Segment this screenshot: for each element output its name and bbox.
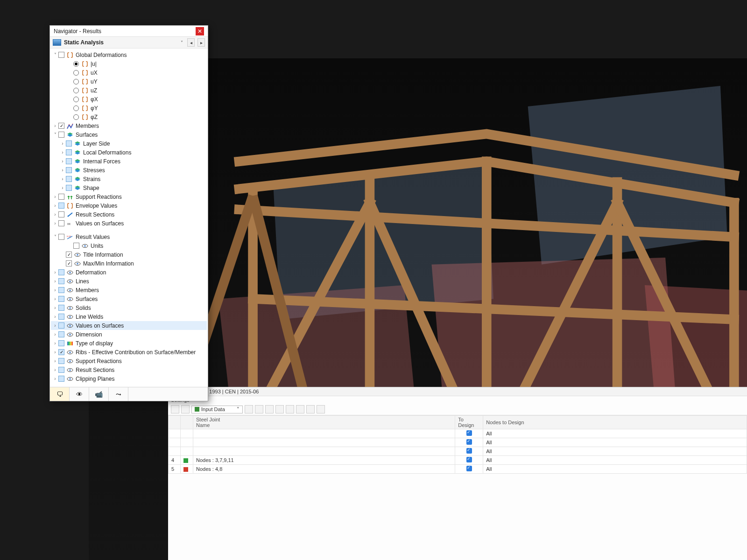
item-surface-sub[interactable]: ›Internal Forces	[51, 157, 207, 166]
item-supportReact[interactable]: ›Support Reactions	[51, 357, 207, 365]
expander-icon[interactable]: ˅	[52, 234, 58, 239]
expander-icon[interactable]: ˅	[52, 132, 58, 137]
chevron-down-icon[interactable]: ˅	[179, 40, 184, 45]
checkbox[interactable]	[58, 322, 64, 329]
item-envelope-values[interactable]: ›Envelope Values	[51, 201, 207, 210]
expander-icon[interactable]: ›	[52, 341, 58, 346]
checkbox[interactable]	[58, 349, 64, 355]
toolbar-btn[interactable]	[171, 405, 179, 413]
radio[interactable]	[73, 105, 79, 111]
checkbox[interactable]	[58, 269, 64, 275]
expander-icon[interactable]: ›	[52, 221, 58, 226]
expander-icon[interactable]: ›	[52, 270, 58, 275]
item-deformation-component[interactable]: φX	[51, 95, 207, 104]
expander-icon[interactable]: ›	[52, 212, 58, 217]
checkbox[interactable]	[58, 194, 64, 200]
expander-icon[interactable]: ›	[52, 358, 58, 364]
item-lines[interactable]: ›Lines	[51, 277, 207, 286]
item-typeDisplay[interactable]: ›Type of display	[51, 339, 207, 348]
item-units[interactable]: Units	[51, 241, 207, 250]
close-button[interactable]: ✕	[196, 27, 204, 35]
item-dimension[interactable]: ›Dimension	[51, 330, 207, 339]
expander-icon[interactable]: ›	[52, 279, 58, 284]
radio[interactable]	[73, 88, 79, 93]
item-deformation[interactable]: ›Deformation	[51, 268, 207, 277]
item-surface-sub[interactable]: ›Strains	[51, 175, 207, 183]
item-surface-sub[interactable]: ›Local Deformations	[51, 148, 207, 157]
checkbox[interactable]	[58, 314, 64, 320]
expander-icon[interactable]: ›	[52, 367, 58, 372]
item-values-on-surfaces[interactable]: ›xxValues on Surfaces	[51, 219, 207, 228]
expander-icon[interactable]: ›	[52, 305, 58, 310]
toolbar-btn[interactable]	[245, 405, 253, 413]
item-result-values[interactable]: ˅x.xxResult Values	[51, 232, 207, 241]
checkbox[interactable]	[58, 123, 64, 129]
expander-icon[interactable]: ›	[59, 150, 66, 155]
checkbox[interactable]	[58, 331, 64, 337]
to-design-checkbox[interactable]	[466, 466, 472, 471]
item-solids[interactable]: ›Solids	[51, 303, 207, 312]
item-lineWelds[interactable]: ›Line Welds	[51, 312, 207, 321]
radio[interactable]	[73, 70, 79, 76]
toolbar-btn[interactable]	[296, 405, 304, 413]
checkbox[interactable]	[66, 260, 72, 266]
item-global-deformations[interactable]: ˅Global Deformations	[51, 50, 207, 59]
checkbox[interactable]	[58, 287, 64, 293]
item-deformation-component[interactable]: uY	[51, 77, 207, 86]
toolbar-btn[interactable]	[306, 405, 315, 413]
item-valuesSurfaces[interactable]: ›Values on Surfaces	[51, 321, 207, 330]
item-deformation-component[interactable]: uX	[51, 68, 207, 77]
panel-titlebar[interactable]: Navigator - Results ✕	[50, 26, 208, 37]
toolbar-btn[interactable]	[317, 405, 325, 413]
toolbar-btn[interactable]	[255, 405, 263, 413]
expander-icon[interactable]: ›	[52, 314, 58, 319]
item-ribs[interactable]: ›Ribs - Effective Contribution on Surfac…	[51, 348, 207, 357]
table-row[interactable]: All	[169, 429, 747, 438]
checkbox[interactable]	[58, 220, 64, 226]
to-design-checkbox[interactable]	[466, 430, 472, 436]
item-surfaces[interactable]: ˅Surfaces	[51, 130, 207, 139]
item-maxmin-info[interactable]: Max/Min Information	[51, 259, 207, 268]
checkbox[interactable]	[66, 149, 72, 155]
tab-visibility[interactable]: 👁	[70, 387, 89, 401]
expander-icon[interactable]: ›	[52, 296, 58, 301]
to-design-checkbox[interactable]	[466, 439, 472, 445]
checkbox[interactable]	[58, 211, 64, 217]
expander-icon[interactable]: ›	[52, 323, 58, 328]
analysis-selector[interactable]: Static Analysis ˅ ◂ ▸	[50, 37, 208, 49]
expander-icon[interactable]: ˅	[52, 52, 58, 57]
checkbox[interactable]	[58, 296, 64, 302]
input-data-combo[interactable]: Input Data˅	[191, 406, 243, 413]
checkbox[interactable]	[66, 185, 72, 191]
item-members[interactable]: ›Members	[51, 121, 207, 130]
to-design-checkbox[interactable]	[466, 457, 472, 462]
table-row[interactable]: 5Nodes : 4,8All	[169, 465, 747, 474]
checkbox[interactable]	[58, 234, 64, 240]
radio[interactable]	[73, 97, 79, 102]
item-surfaces[interactable]: ›Surfaces	[51, 294, 207, 303]
item-surface-sub[interactable]: ›Layer Side	[51, 139, 207, 148]
tab-camera[interactable]: 📹	[89, 387, 109, 401]
table-row[interactable]: 4Nodes : 3,7,9,11All	[169, 456, 747, 465]
expander-icon[interactable]: ›	[59, 159, 66, 164]
expander-icon[interactable]: ›	[59, 185, 66, 190]
checkbox[interactable]	[58, 132, 64, 138]
results-tree[interactable]: ˅Global Deformations|u|uXuYuZφXφYφZ›Memb…	[50, 49, 208, 387]
toolbar-btn[interactable]	[265, 405, 274, 413]
table-row[interactable]: All	[169, 438, 747, 447]
item-deformation-component[interactable]: φZ	[51, 112, 207, 121]
checkbox[interactable]	[58, 376, 64, 382]
toolbar-btn[interactable]	[275, 405, 284, 413]
item-surface-sub[interactable]: ›Shape	[51, 183, 207, 192]
toolbar-btn[interactable]	[181, 405, 190, 413]
checkbox[interactable]	[58, 278, 64, 284]
item-surface-sub[interactable]: ›Stresses	[51, 166, 207, 175]
expander-icon[interactable]: ›	[59, 141, 66, 146]
expander-icon[interactable]: ›	[52, 287, 58, 293]
item-members[interactable]: ›Members	[51, 286, 207, 294]
toolbar-btn[interactable]	[286, 405, 294, 413]
expander-icon[interactable]: ›	[52, 376, 58, 381]
expander-icon[interactable]: ›	[52, 203, 58, 208]
checkbox[interactable]	[58, 367, 64, 373]
item-clipping[interactable]: ›Clipping Planes	[51, 374, 207, 383]
